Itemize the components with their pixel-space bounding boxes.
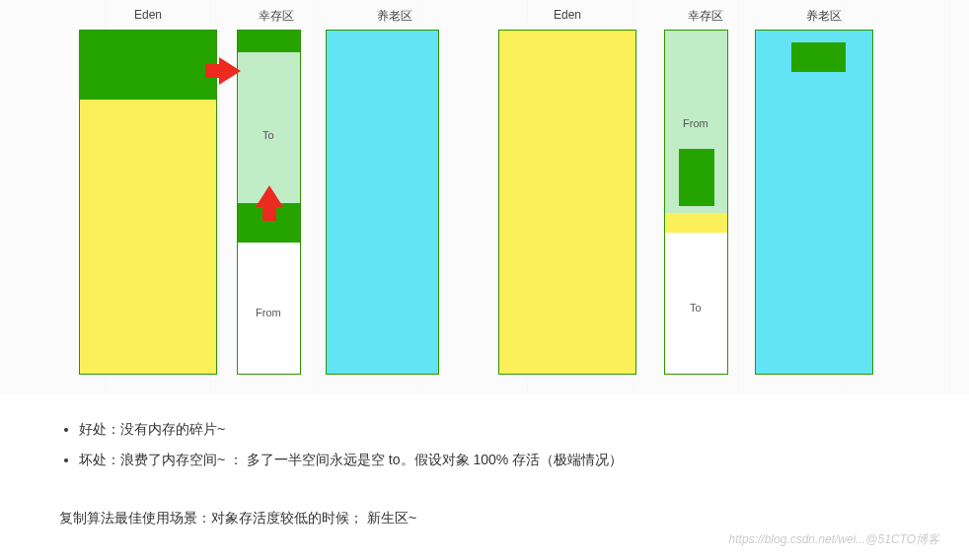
from-label-r: From bbox=[683, 117, 708, 129]
to-top-strip bbox=[238, 31, 300, 52]
from-live-block bbox=[679, 149, 714, 206]
diagram-stage: Eden 幸存区 养老区 To From Eden 幸存区 养老区 bbox=[0, 0, 969, 394]
to-label: To bbox=[262, 129, 274, 141]
survivor-label-r: 幸存区 bbox=[676, 8, 735, 25]
bullet-good: 好处：没有内存的碎片~ bbox=[79, 414, 910, 445]
survivor-box-r: From To bbox=[664, 30, 728, 375]
notes: 好处：没有内存的碎片~ 坏处：浪费了内存空间~ ： 多了一半空间永远是空 to。… bbox=[0, 394, 969, 532]
eden-label: Eden bbox=[118, 8, 178, 22]
footer-text: 复制算法最佳使用场景：对象存活度较低的时候； 新生区~ bbox=[59, 503, 910, 533]
from-label: From bbox=[256, 307, 281, 318]
eden-label-r: Eden bbox=[538, 8, 597, 22]
to-label-r: To bbox=[690, 302, 702, 314]
old-live-block bbox=[791, 42, 846, 72]
old-box-r bbox=[755, 30, 873, 375]
bullet-bad: 坏处：浪费了内存空间~ ： 多了一半空间永远是空 to。假设对象 100% 存活… bbox=[79, 445, 910, 475]
eden-live-objects bbox=[80, 31, 216, 100]
eden-box bbox=[79, 30, 217, 375]
old-label: 养老区 bbox=[365, 8, 424, 25]
divider-strip bbox=[665, 213, 727, 233]
survivor-label: 幸存区 bbox=[247, 8, 306, 25]
arrow-from-to-to bbox=[256, 185, 283, 207]
old-label-r: 养老区 bbox=[794, 8, 854, 25]
arrow-eden-to-survivor bbox=[219, 57, 241, 85]
eden-box-r bbox=[498, 30, 636, 375]
old-box bbox=[326, 30, 439, 375]
watermark: https://blog.csdn.net/wei...@51CTO博客 bbox=[729, 531, 939, 548]
